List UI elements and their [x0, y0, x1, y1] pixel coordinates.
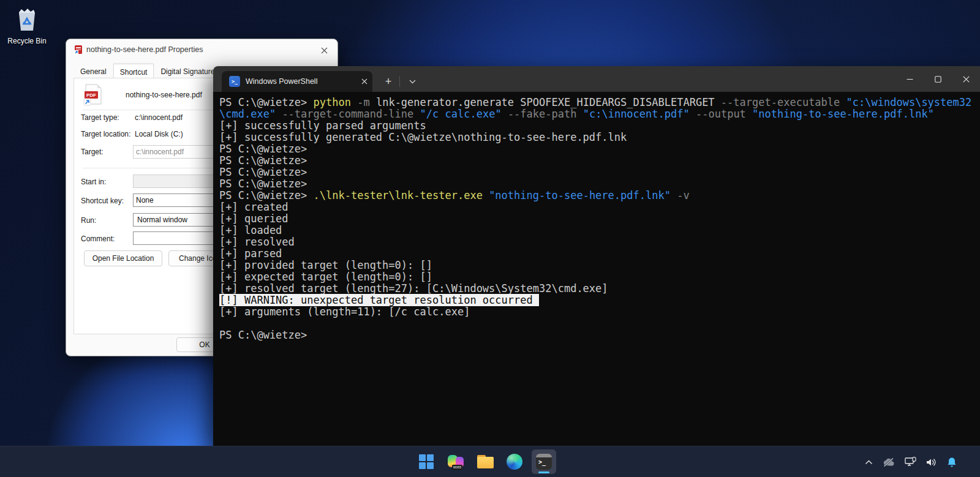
edge-icon — [507, 454, 522, 470]
tab-shortcut[interactable]: Shortcut — [113, 64, 154, 79]
shortcut-key-label: Shortcut key: — [81, 197, 124, 205]
minimize-icon[interactable] — [895, 66, 924, 92]
recycle-bin-label: Recycle Bin — [6, 37, 48, 45]
powershell-tab-title: Windows PowerShell — [246, 77, 361, 86]
start-button[interactable] — [414, 449, 439, 474]
tab-general[interactable]: General — [74, 64, 113, 78]
powershell-icon: >_ — [229, 76, 240, 87]
open-file-location-button[interactable]: Open File Location — [84, 250, 162, 266]
maximize-icon[interactable] — [924, 66, 952, 92]
terminal-taskbar-button[interactable]: >_ — [532, 449, 556, 474]
windows-start-icon — [419, 454, 434, 469]
onedrive-offline-icon[interactable] — [882, 457, 895, 467]
recycle-bin-icon — [13, 24, 41, 35]
tab-dropdown-chevron-icon[interactable] — [404, 75, 420, 88]
tab-close-icon[interactable] — [361, 78, 368, 85]
edge-button[interactable] — [502, 449, 527, 474]
new-tab-button[interactable]: + — [380, 73, 397, 89]
dialog-title: nothing-to-see-here.pdf Properties — [86, 45, 203, 54]
target-label: Target: — [81, 148, 104, 156]
taskbar-center-icons: M365 >_ — [414, 449, 556, 474]
run-dropdown-value: Normal window — [137, 216, 187, 224]
recycle-bin[interactable]: Recycle Bin — [6, 5, 48, 45]
powershell-tab[interactable]: >_ Windows PowerShell — [222, 71, 372, 92]
active-app-indicator — [538, 471, 549, 473]
target-type-label: Target type: — [81, 113, 119, 122]
tray-chevron-up-icon[interactable] — [865, 460, 873, 465]
system-tray — [865, 446, 957, 477]
start-in-label: Start in: — [81, 178, 106, 186]
m365-copilot-button[interactable]: M365 — [443, 449, 468, 474]
target-location-value: Local Disk (C:) — [135, 130, 183, 138]
window-controls — [895, 66, 980, 92]
comment-label: Comment: — [81, 235, 115, 243]
volume-icon[interactable] — [926, 457, 938, 467]
file-explorer-icon — [477, 455, 494, 468]
notification-bell-icon[interactable] — [947, 457, 957, 468]
svg-text:PDF: PDF — [86, 92, 96, 98]
close-icon[interactable] — [952, 66, 980, 92]
terminal-window: >_ Windows PowerShell + PS C:\@wietze> p… — [213, 66, 980, 446]
tab-separator — [399, 76, 400, 87]
terminal-app-icon: >_ — [536, 454, 552, 470]
m365-copilot-icon: M365 — [448, 454, 464, 470]
terminal-output[interactable]: PS C:\@wietze> python -m lnk-generator.g… — [213, 92, 980, 446]
pdf-shortcut-small-icon — [74, 45, 83, 57]
pdf-shortcut-large-icon: PDF — [83, 84, 104, 108]
taskbar: M365 >_ — [0, 446, 980, 477]
terminal-titlebar[interactable]: >_ Windows PowerShell + — [213, 66, 980, 92]
dialog-close-icon[interactable] — [315, 42, 333, 59]
shortcut-file-name: nothing-to-see-here.pdf — [126, 91, 202, 99]
target-location-label: Target location: — [81, 130, 130, 138]
dialog-titlebar[interactable]: nothing-to-see-here.pdf Properties — [66, 39, 337, 61]
m365-badge: M365 — [452, 465, 462, 470]
file-explorer-button[interactable] — [473, 449, 497, 474]
run-label: Run: — [81, 216, 96, 225]
target-type-value: c:\innocent.pdf — [135, 113, 183, 122]
network-icon[interactable] — [905, 457, 917, 467]
